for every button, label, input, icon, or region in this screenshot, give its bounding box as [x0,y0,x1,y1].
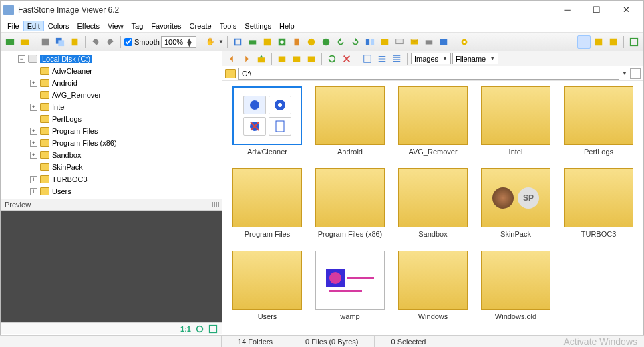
tree-node-intel[interactable]: +Intel [1,101,222,113]
menu-help[interactable]: Help [275,21,299,31]
rotate-left-icon[interactable] [334,35,347,49]
thumb-perflogs[interactable]: PerfLogs [560,86,637,164]
stop-icon[interactable] [340,52,353,66]
minimize-button[interactable]: ─ [552,3,582,17]
close-button[interactable]: ✕ [611,3,641,17]
thumb-intel[interactable]: Intel [478,86,554,164]
nav-fwd-icon[interactable] [240,52,253,66]
clone-icon[interactable] [290,35,303,49]
new-folder-icon[interactable] [18,35,31,49]
thumb-android[interactable]: Android [312,86,388,164]
expander-icon[interactable]: + [30,176,37,183]
view-mode-thumb-button[interactable] [577,35,591,49]
rotate-right-icon[interactable] [349,35,362,49]
redo-icon[interactable] [104,35,117,49]
expander-icon[interactable]: + [30,140,37,147]
preview-expand-icon[interactable] [208,324,218,334]
tree-node-skinpack[interactable]: SkinPack [1,161,222,173]
sort-dropdown[interactable]: Filename ▼ [452,53,498,64]
tree-node-local-disk-c-[interactable]: −Local Disk (C:) [1,53,222,65]
thumb-windows[interactable]: Windows [395,251,471,329]
expander-icon[interactable]: + [30,80,37,87]
acquire-icon[interactable] [3,35,17,49]
copy-path-icon[interactable] [630,68,641,79]
preview-gear-icon[interactable] [195,324,204,334]
expander-icon[interactable]: + [30,188,37,195]
view-list-icon[interactable] [375,52,389,66]
nav-up-icon[interactable] [255,52,268,66]
fav-icon[interactable] [290,52,303,66]
fav-list-icon[interactable] [305,52,318,66]
tree-node-perflogs[interactable]: PerfLogs [1,113,222,125]
expander-icon[interactable]: + [30,104,37,111]
thumb-turboc3[interactable]: TURBOC3 [560,168,637,247]
grip-icon[interactable] [212,202,219,207]
thumb-avg-remover[interactable]: AVG_Remover [395,86,471,164]
menu-effects[interactable]: Effects [73,21,104,31]
screen-icon[interactable] [393,35,406,49]
email-icon[interactable] [408,35,421,49]
view-mode-2-icon[interactable] [592,35,605,49]
filter-dropdown[interactable]: Images ▼ [411,53,451,64]
tree-node-program-files-x86-[interactable]: +Program Files (x86) [1,137,222,149]
expander-icon[interactable]: + [30,152,37,159]
folder-icon [40,115,49,123]
nav-back-icon[interactable] [225,52,238,66]
menu-settings[interactable]: Settings [240,21,275,31]
tree-node-program-files[interactable]: +Program Files [1,125,222,137]
crop-icon[interactable] [231,35,245,49]
save-icon[interactable] [39,35,52,49]
tree-node-android[interactable]: +Android [1,77,222,89]
menu-favorites[interactable]: Favorites [147,21,185,31]
tree-node-avg-remover[interactable]: AVG_Remover [1,89,222,101]
thumb-program-files-x86-[interactable]: Program Files (x86) [312,168,388,247]
slideshow-icon[interactable] [378,35,391,49]
menu-create[interactable]: Create [186,21,216,31]
zoom-stepper[interactable]: 100% ▲▼ [161,36,196,48]
paste-icon[interactable] [68,35,82,49]
menu-colors[interactable]: Colors [44,21,73,31]
menu-tools[interactable]: Tools [216,21,241,31]
tree-node-users[interactable]: +Users [1,185,222,197]
view-details-icon[interactable] [390,52,404,66]
menu-edit[interactable]: Edit [23,21,44,31]
fullscreen-icon[interactable] [627,35,641,49]
expander-icon[interactable]: + [30,128,37,135]
smooth-check-input[interactable] [124,38,132,46]
view-mode-3-icon[interactable] [607,35,620,49]
thumb-wamp[interactable]: wamp [312,251,388,329]
tree-node-adwcleaner[interactable]: AdwCleaner [1,65,222,77]
print-icon[interactable] [422,35,436,49]
view-large-icon[interactable] [361,52,374,66]
thumb-sandbox[interactable]: Sandbox [395,168,471,247]
thumb-adwcleaner[interactable]: AdwCleaner [229,86,305,164]
copy-icon[interactable] [53,35,67,49]
menu-file[interactable]: File [3,21,23,31]
wallpaper-icon[interactable] [437,35,450,49]
tree-node-turboc3[interactable]: +TURBOC3 [1,173,222,185]
settings-icon[interactable] [458,35,471,49]
tree-node-sandbox[interactable]: +Sandbox [1,149,222,161]
resize-icon[interactable] [246,35,259,49]
canvas-icon[interactable] [261,35,274,49]
undo-icon[interactable] [89,35,102,49]
thumb-windows-old[interactable]: Windows.old [478,251,554,329]
thumb-users[interactable]: Users [229,251,305,329]
menu-view[interactable]: View [104,21,128,31]
thumb-skinpack[interactable]: SPSkinPack [478,168,554,247]
path-dropdown-icon[interactable]: ▼ [622,70,627,76]
fav-add-icon[interactable] [275,52,289,66]
path-input[interactable] [238,68,619,80]
drawboard-icon[interactable] [275,35,289,49]
smooth-checkbox[interactable]: Smooth [124,38,160,46]
svg-rect-2 [42,38,49,45]
adjustments-icon[interactable] [305,35,318,49]
compare-icon[interactable] [363,35,377,49]
expander-icon[interactable]: − [18,55,25,63]
maximize-button[interactable]: ☐ [582,3,611,17]
refresh-icon[interactable] [325,52,339,66]
menu-tag[interactable]: Tag [128,21,148,31]
redeye-icon[interactable] [319,35,333,49]
thumb-program-files[interactable]: Program Files [229,168,305,247]
hand-icon[interactable]: ✋ [204,35,217,49]
